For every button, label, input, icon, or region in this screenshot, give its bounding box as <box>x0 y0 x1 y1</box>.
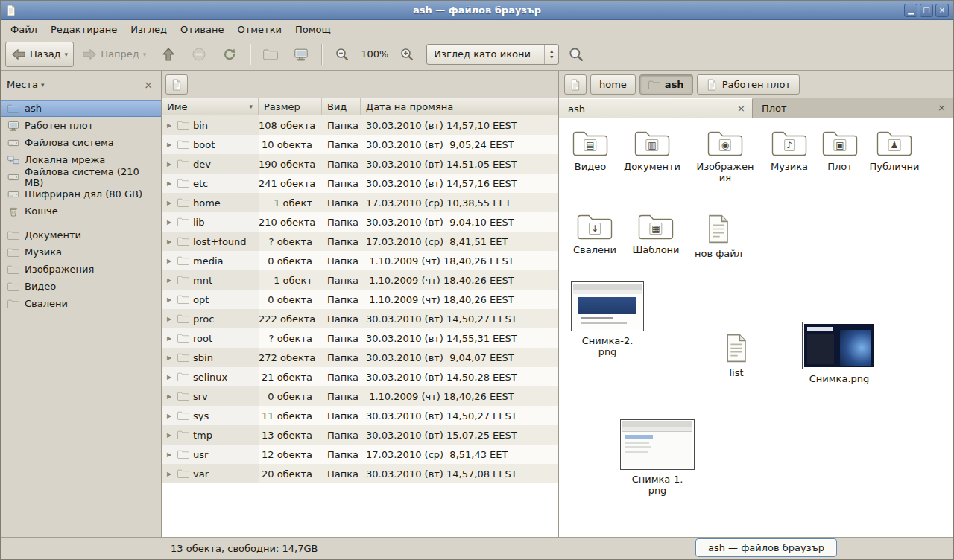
icon-view-item[interactable]: ▥Документи <box>621 129 683 172</box>
icon-view-item[interactable]: ◉Изображения <box>694 129 756 183</box>
column-header-name[interactable]: Име ▾ <box>162 98 259 115</box>
expander-icon[interactable]: ▶ <box>167 316 174 322</box>
icon-view-item[interactable]: ♟Публични <box>863 129 926 172</box>
icon-view[interactable]: ▤Видео▥Документи◉Изображения♪Музика▣Плот… <box>559 118 953 537</box>
menu-item[interactable]: Отметки <box>230 20 288 38</box>
zoom-out-button[interactable] <box>328 42 356 67</box>
sidebar-item[interactable]: Кошче <box>1 203 161 220</box>
view-mode-spinner[interactable]: ▴ ▾ <box>544 45 558 64</box>
breadcrumb-button[interactable]: Работен плот <box>697 74 800 95</box>
expander-icon[interactable]: ▶ <box>167 296 174 303</box>
expander-icon[interactable]: ▶ <box>167 161 174 168</box>
table-row[interactable]: ▶home1 обектПапка17.03.2010 (ср) 10,38,5… <box>162 193 558 212</box>
sidebar-item[interactable]: Видео <box>1 278 161 295</box>
sidebar-item[interactable]: ash <box>1 100 161 117</box>
sidebar-close-button[interactable]: × <box>142 79 155 91</box>
table-row[interactable]: ▶boot10 обектаПапка30.03.2010 (вт) 9,05,… <box>162 135 558 154</box>
table-row[interactable]: ▶media0 обектаПапка 1.10.2009 (чт) 18,40… <box>162 251 558 270</box>
taskbar-window-button[interactable]: ash — файлов браузър <box>695 538 837 557</box>
forward-button[interactable]: Напред ▾ <box>76 42 152 67</box>
column-header-type[interactable]: Вид <box>322 98 361 115</box>
icon-view-item[interactable]: Снимка-2.png <box>571 281 644 357</box>
table-row[interactable]: ▶selinux21 обектаПапка30.03.2010 (вт) 14… <box>162 367 558 386</box>
menu-item[interactable]: Редактиране <box>44 20 124 38</box>
expander-icon[interactable]: ▶ <box>167 354 174 361</box>
table-row[interactable]: ▶sys11 обектаПапка30.03.2010 (вт) 14,50,… <box>162 406 558 425</box>
back-button[interactable]: Назад ▾ <box>5 42 74 67</box>
table-row[interactable]: ▶usr12 обектаПапка17.03.2010 (ср) 8,51,4… <box>162 445 558 464</box>
expander-icon[interactable]: ▶ <box>167 413 174 419</box>
tab-close-icon[interactable]: × <box>935 102 948 115</box>
column-header-date[interactable]: Дата на промяна <box>361 98 558 115</box>
icon-view-item[interactable]: ↓Свалени <box>563 212 626 255</box>
title-bar[interactable]: ash — файлов браузър ▁ □ × <box>1 1 953 20</box>
table-row[interactable]: ▶var20 обектаПапка30.03.2010 (вт) 14,57,… <box>162 464 558 483</box>
tab-close-icon[interactable]: × <box>735 103 748 115</box>
expander-icon[interactable]: ▶ <box>167 451 174 458</box>
breadcrumb-button[interactable]: ash <box>639 74 693 95</box>
icon-view-item[interactable]: list <box>705 333 768 378</box>
expander-icon[interactable]: ▶ <box>167 393 174 400</box>
expander-icon[interactable]: ▶ <box>167 471 174 477</box>
sidebar-item[interactable]: Файлова система (210 MB) <box>1 168 161 185</box>
table-row[interactable]: ▶tmp13 обектаПапка30.03.2010 (вт) 15,07,… <box>162 425 558 445</box>
up-button[interactable] <box>154 42 183 67</box>
icon-view-item[interactable]: Снимка.png <box>802 322 876 384</box>
location-toggle-button[interactable] <box>165 74 188 95</box>
menu-item[interactable]: Изглед <box>124 20 174 38</box>
breadcrumb-button[interactable]: home <box>590 74 636 95</box>
sidebar-item[interactable]: Работен плот <box>1 117 161 134</box>
tab[interactable]: ash× <box>559 98 753 118</box>
expander-icon[interactable]: ▶ <box>167 122 174 129</box>
icon-view-item[interactable]: ▦Шаблони <box>625 212 687 255</box>
table-row[interactable]: ▶mnt1 обектПапка 1.10.2009 (чт) 18,40,26… <box>162 270 558 290</box>
sidebar-selector-chevron-icon[interactable]: ▾ <box>41 81 45 89</box>
icon-view-item[interactable]: Снимка-1.png <box>620 419 695 496</box>
expander-icon[interactable]: ▶ <box>167 180 174 187</box>
sidebar-item[interactable]: Изображения <box>1 261 161 278</box>
menu-item[interactable]: Отиване <box>174 20 230 38</box>
close-button[interactable]: × <box>935 4 949 17</box>
sidebar-item[interactable]: Свалени <box>1 295 161 312</box>
home-button[interactable] <box>256 42 285 67</box>
menu-item[interactable]: Помощ <box>288 20 338 38</box>
expander-icon[interactable]: ▶ <box>167 141 174 148</box>
computer-button[interactable] <box>287 42 315 67</box>
view-mode-select[interactable]: Изглед като икони ▴ ▾ <box>426 44 559 65</box>
tab[interactable]: Плот× <box>753 98 953 118</box>
stop-button[interactable] <box>185 42 213 67</box>
reload-button[interactable] <box>215 42 244 67</box>
table-row[interactable]: ▶proc222 обектаПапка30.03.2010 (вт) 14,5… <box>162 309 558 328</box>
location-toggle-button[interactable] <box>564 74 587 95</box>
table-row[interactable]: ▶lost+found? обектаПапка17.03.2010 (ср) … <box>162 232 558 251</box>
icon-view-item[interactable]: ▤Видео <box>559 129 622 172</box>
icon-view-item[interactable]: ▣Плот <box>809 129 871 172</box>
table-row[interactable]: ▶srv0 обектаПапка 1.10.2009 (чт) 18,40,2… <box>162 386 558 406</box>
sidebar-item[interactable]: Шифриран дял (80 GB) <box>1 185 161 203</box>
menu-item[interactable]: Файл <box>4 20 44 38</box>
expander-icon[interactable]: ▶ <box>167 277 174 284</box>
table-row[interactable]: ▶etc241 обектаПапка30.03.2010 (вт) 14,57… <box>162 174 558 193</box>
expander-icon[interactable]: ▶ <box>167 258 174 264</box>
sidebar-item[interactable]: Документи <box>1 226 161 244</box>
expander-icon[interactable]: ▶ <box>167 374 174 381</box>
sort-chevron-icon[interactable]: ▾ <box>249 103 253 110</box>
minimize-button[interactable]: ▁ <box>904 4 917 17</box>
sidebar-item[interactable]: Музика <box>1 244 161 261</box>
expander-icon[interactable]: ▶ <box>167 200 174 206</box>
sidebar-item[interactable]: Файлова система <box>1 134 161 151</box>
expander-icon[interactable]: ▶ <box>167 335 174 342</box>
table-row[interactable]: ▶bin108 обектаПапка30.03.2010 (вт) 14,57… <box>162 115 558 135</box>
table-row[interactable]: ▶sbin272 обектаПапка30.03.2010 (вт) 9,04… <box>162 348 558 367</box>
expander-icon[interactable]: ▶ <box>167 432 174 439</box>
maximize-button[interactable]: □ <box>920 4 933 17</box>
expander-icon[interactable]: ▶ <box>167 219 174 226</box>
table-row[interactable]: ▶root? обектаПапка30.03.2010 (вт) 14,55,… <box>162 328 558 348</box>
table-row[interactable]: ▶opt0 обектаПапка 1.10.2009 (чт) 18,40,2… <box>162 290 558 309</box>
search-button[interactable] <box>561 42 591 67</box>
expander-icon[interactable]: ▶ <box>167 238 174 245</box>
icon-view-item[interactable]: нов файл <box>687 214 750 259</box>
column-header-size[interactable]: Размер <box>259 98 322 115</box>
back-history-chevron-icon[interactable]: ▾ <box>65 51 69 58</box>
table-row[interactable]: ▶dev190 обектаПапка30.03.2010 (вт) 14,51… <box>162 154 558 174</box>
